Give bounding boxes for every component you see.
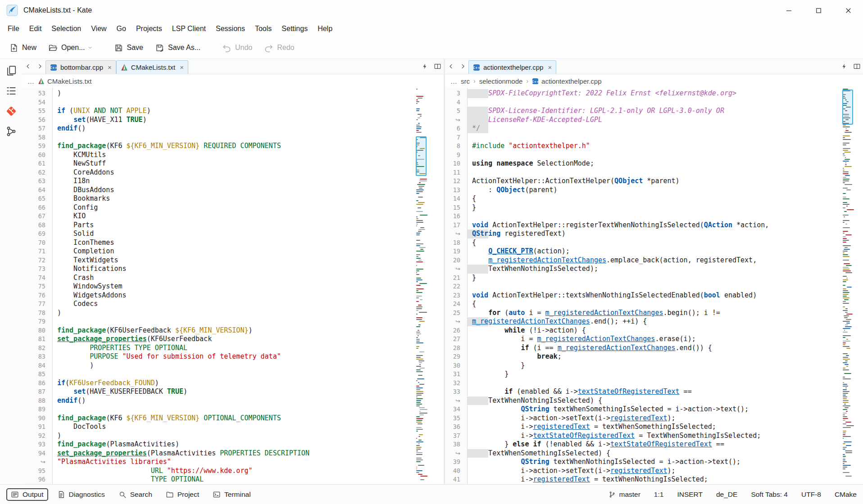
- code-line[interactable]: {: [472, 238, 842, 248]
- code-line[interactable]: m_registeredActionTextChanges.emplace_ba…: [472, 256, 842, 265]
- code-line[interactable]: LicenseRef-KDE-Accepted-LGPL: [472, 116, 842, 125]
- menu-edit[interactable]: Edit: [24, 22, 47, 35]
- statusbar-output[interactable]: Output: [6, 488, 48, 501]
- code-line[interactable]: {: [472, 194, 842, 203]
- tab-close-icon[interactable]: ×: [108, 63, 112, 71]
- quick-open-icon[interactable]: [838, 59, 850, 74]
- menu-file[interactable]: File: [3, 22, 24, 35]
- code-line[interactable]: TextWhenSomethingIsSelected) {: [472, 449, 842, 458]
- code-line[interactable]: ): [57, 361, 416, 370]
- code-line[interactable]: TextWhenNothingIsSelected);: [472, 265, 842, 274]
- code-line[interactable]: find_package(KF6 ${KF6_MIN_VERSION} OPTI…: [57, 414, 416, 423]
- code-line[interactable]: ): [57, 89, 416, 98]
- code-line[interactable]: I18n: [57, 177, 416, 186]
- code-line[interactable]: : QObject(parent): [472, 186, 842, 195]
- code-line[interactable]: set(HAVE_X11 TRUE): [57, 116, 416, 125]
- code-line[interactable]: for (auto i = m_registeredActionTextChan…: [472, 309, 842, 318]
- statusbar-1-1[interactable]: 1:1: [654, 490, 664, 499]
- code-line[interactable]: }: [472, 361, 842, 370]
- minimap-viewport[interactable]: [416, 136, 427, 176]
- code-line[interactable]: [57, 98, 416, 107]
- toolbar-save-as[interactable]: Save As...: [150, 40, 205, 56]
- code-line[interactable]: }: [472, 203, 842, 212]
- statusbar-soft-tabs-4[interactable]: Soft Tabs: 4: [751, 490, 788, 499]
- tab-close-icon[interactable]: ×: [548, 63, 552, 71]
- code-line[interactable]: ActionTextHelper::ActionTextHelper(QObje…: [472, 177, 842, 186]
- breadcrumb-item[interactable]: selectionmode: [479, 77, 523, 85]
- toolbar-open[interactable]: Open...: [44, 40, 96, 56]
- code-line[interactable]: DocTools: [57, 423, 416, 432]
- code-line[interactable]: Config: [57, 203, 416, 212]
- symbols-toolview[interactable]: [5, 85, 17, 97]
- minimap[interactable]: [842, 89, 854, 484]
- commit-graph-toolview[interactable]: [5, 125, 17, 137]
- minimap[interactable]: [416, 89, 427, 484]
- breadcrumb-item[interactable]: …: [27, 77, 34, 85]
- code-line[interactable]: [472, 151, 842, 160]
- code-line[interactable]: i = m_registeredActionTextChanges.erase(…: [472, 335, 842, 344]
- code-line[interactable]: [472, 133, 842, 142]
- code-line[interactable]: set(HAVE_KUSERFEEDBACK TRUE): [57, 387, 416, 396]
- code-line[interactable]: QString textWhenSomethingIsSelected = i-…: [472, 405, 842, 414]
- code-line[interactable]: find_package(KF6 ${KF6_MIN_VERSION} REQU…: [57, 142, 416, 151]
- code-line[interactable]: i->action->setText(i->registeredText);: [472, 414, 842, 423]
- code-line[interactable]: [472, 282, 842, 291]
- code-line[interactable]: i->registeredText = textWhenNothingIsSel…: [472, 475, 842, 484]
- code-line[interactable]: #include "actiontexthelper.h": [472, 142, 842, 151]
- statusbar-master[interactable]: master: [609, 490, 640, 499]
- code-line[interactable]: } else if (!enabled && i->textStateOfReg…: [472, 440, 842, 449]
- code-line[interactable]: Parts: [57, 221, 416, 230]
- editor[interactable]: 345↪67891011121314151617↪181920↪21222324…: [445, 88, 863, 484]
- quick-open-icon[interactable]: [418, 59, 431, 74]
- statusbar-cmake[interactable]: CMake: [835, 490, 857, 499]
- menu-lsp-client[interactable]: LSP Client: [167, 22, 211, 35]
- close-button[interactable]: [833, 0, 863, 21]
- code-line[interactable]: NewStuff: [57, 159, 416, 168]
- code-line[interactable]: WindowSystem: [57, 282, 416, 291]
- breadcrumb-item[interactable]: …: [450, 77, 457, 85]
- tabs-scroll-right[interactable]: [457, 59, 468, 74]
- code-line[interactable]: break;: [472, 352, 842, 361]
- code-line[interactable]: Notifications: [57, 265, 416, 274]
- code-line[interactable]: ): [57, 309, 416, 318]
- code-line[interactable]: PURPOSE "Used for submission of telemetr…: [57, 352, 416, 361]
- code-line[interactable]: [57, 317, 416, 326]
- code-line[interactable]: set_package_properties(KF6UserFeedback: [57, 335, 416, 344]
- menu-go[interactable]: Go: [112, 22, 131, 35]
- git-toolview[interactable]: [5, 105, 17, 117]
- code-line[interactable]: void ActionTextHelper::registerTextWhenN…: [472, 221, 842, 230]
- code-line[interactable]: URL "https://www.kde.org": [57, 467, 416, 476]
- breadcrumb-item[interactable]: src: [461, 77, 470, 85]
- tab-bottombar-cpp[interactable]: C++bottombar.cpp×: [45, 60, 116, 74]
- code-line[interactable]: CoreAddons: [57, 168, 416, 177]
- toolbar-redo[interactable]: Redo: [259, 40, 299, 56]
- maximize-button[interactable]: [804, 0, 833, 21]
- code-line[interactable]: if(KF6UserFeedback_FOUND): [57, 379, 416, 388]
- code-line[interactable]: }: [472, 370, 842, 379]
- minimap-viewport[interactable]: [842, 90, 853, 125]
- code-line[interactable]: */: [472, 124, 842, 133]
- menu-projects[interactable]: Projects: [131, 22, 167, 35]
- statusbar-utf-8[interactable]: UTF-8: [801, 490, 821, 499]
- code-line[interactable]: Q_CHECK_PTR(action);: [472, 247, 842, 256]
- tab-cmakelists-txt[interactable]: CMakeLists.txt×: [116, 60, 188, 74]
- code-line[interactable]: Bookmarks: [57, 194, 416, 203]
- code-line[interactable]: KCMUtils: [57, 151, 416, 160]
- split-view-icon[interactable]: [850, 59, 863, 74]
- code-line[interactable]: TYPE OPTIONAL: [57, 475, 416, 484]
- statusbar-project[interactable]: Project: [161, 488, 204, 501]
- code-line[interactable]: endif(): [57, 124, 416, 133]
- breadcrumb-item[interactable]: C++actiontexthelper.cpp: [532, 77, 601, 85]
- code-line[interactable]: SPDX-FileCopyrightText: 2022 Felix Ernst…: [472, 89, 842, 98]
- code-line[interactable]: "PlasmaActivities libraries": [57, 458, 416, 467]
- statusbar-terminal[interactable]: Terminal: [208, 488, 255, 501]
- menu-view[interactable]: View: [86, 22, 111, 35]
- code-line[interactable]: IconThemes: [57, 238, 416, 248]
- toolbar-new[interactable]: New: [5, 40, 41, 56]
- tabs-scroll-left[interactable]: [22, 59, 34, 74]
- code-line[interactable]: TextWidgets: [57, 256, 416, 265]
- code-line[interactable]: SPDX-License-Identifier: LGPL-2.1-only O…: [472, 107, 842, 116]
- code-line[interactable]: ): [57, 432, 416, 441]
- code-area[interactable]: SPDX-FileCopyrightText: 2022 Felix Ernst…: [468, 88, 842, 484]
- menu-settings[interactable]: Settings: [277, 22, 313, 35]
